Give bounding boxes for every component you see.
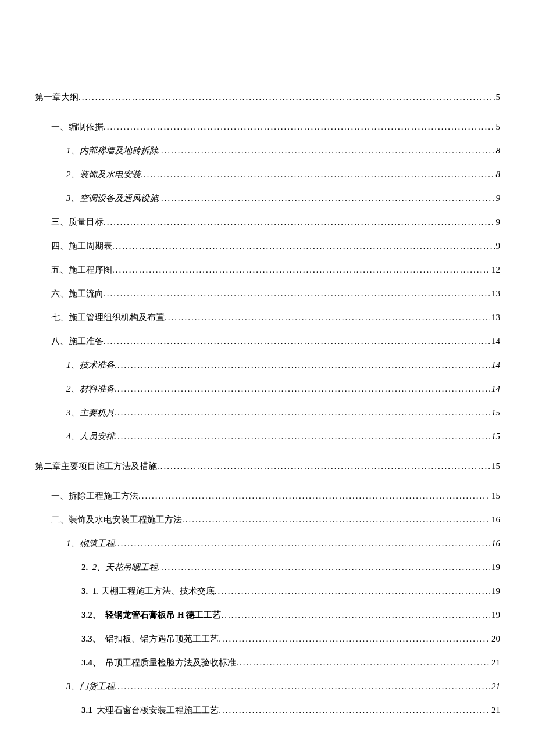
- toc-entry: 三、质量目标9: [51, 218, 500, 227]
- toc-dot-leader: [138, 492, 490, 500]
- toc-entry: 六、施工流向13: [51, 289, 500, 298]
- toc-dot-leader: [158, 563, 490, 572]
- toc-entry-text: 大理石窗台板安装工程施工工艺: [97, 705, 219, 715]
- toc-entry-label: 1、内部稀墙及地砖拆除: [66, 146, 158, 155]
- toc-dot-leader: [158, 194, 495, 203]
- toc-entry-label: 2. 2、天花吊嗯工程: [81, 563, 158, 572]
- toc-entry-text: 轻钢龙管石膏板吊 H 德工工艺: [105, 610, 221, 619]
- toc-dot-leader: [219, 706, 490, 715]
- toc-entry: 3. 1. 天棚工程施工方法、技术交底19: [81, 587, 500, 596]
- toc-entry-page: 14: [490, 385, 500, 393]
- toc-entry: 一、拆除工程施工方法15: [51, 492, 500, 500]
- table-of-contents: 第一章大纲5一、编制依据51、内部稀墙及地砖拆除82、装饰及水电安装83、空调设…: [35, 93, 500, 715]
- toc-dot-leader: [115, 682, 491, 691]
- toc-entry-label: 四、施工周期表: [51, 242, 112, 250]
- toc-entry-label: 3.2、 轻钢龙管石膏板吊 H 德工工艺: [81, 611, 221, 619]
- toc-entry-label: 3.4、 吊顶工程质量检脸方法及验收标准: [81, 658, 236, 667]
- toc-entry: 3.4、 吊顶工程质量检脸方法及验收标准21: [81, 658, 500, 667]
- toc-entry-text: 铝扣板、铝方遇吊顶苑工工艺: [105, 634, 219, 643]
- toc-entry-label: 3.1 大理石窗台板安装工程施工工艺: [81, 706, 219, 715]
- toc-entry-label: 3.3、 铝扣板、铝方遇吊顶苑工工艺: [81, 635, 219, 643]
- toc-entry-label: 六、施工流向: [51, 289, 104, 298]
- toc-dot-leader: [79, 93, 495, 102]
- toc-entry-label: 三、质量目标: [51, 218, 104, 227]
- toc-dot-leader: [215, 587, 490, 596]
- toc-dot-leader: [158, 146, 495, 155]
- toc-entry-label: 4、人员安排: [66, 432, 115, 441]
- toc-entry-label: 一、拆除工程施工方法: [51, 492, 138, 500]
- toc-entry-label: 3. 1. 天棚工程施工方法、技术交底: [81, 587, 215, 596]
- toc-entry: 3.1 大理石窗台板安装工程施工工艺21: [81, 706, 500, 715]
- toc-entry: 3、主要机具15: [66, 409, 500, 417]
- toc-dot-leader: [236, 658, 490, 667]
- toc-entry-label: 1、技术准备: [66, 361, 115, 370]
- toc-entry-label: 一、编制依据: [51, 123, 104, 131]
- toc-entry: 3.2、 轻钢龙管石膏板吊 H 德工工艺19: [81, 611, 500, 619]
- toc-dot-leader: [221, 611, 490, 619]
- toc-entry-page: 19: [490, 587, 500, 596]
- toc-entry: 2、装饰及水电安装8: [66, 170, 500, 179]
- toc-dot-leader: [115, 385, 491, 393]
- toc-entry-page: 14: [490, 337, 500, 346]
- toc-entry: 1、技术准备14: [66, 361, 500, 370]
- toc-dot-leader: [104, 218, 495, 227]
- toc-entry-label: 第一章大纲: [35, 93, 79, 102]
- document-page: 第一章大纲5一、编制依据51、内部稀墙及地砖拆除82、装饰及水电安装83、空调设…: [0, 0, 535, 756]
- toc-entry: 七、施工管理组织机构及布置13: [51, 313, 500, 322]
- toc-entry: 一、编制依据5: [51, 123, 500, 131]
- toc-entry-label: 1、砌筑工程: [66, 539, 115, 548]
- toc-entry-text: 吊顶工程质量检脸方法及验收标准: [105, 658, 236, 667]
- toc-dot-leader: [104, 289, 490, 298]
- toc-entry-number: 3.1: [81, 705, 92, 715]
- toc-entry: 第二章主要项目施工方法及措施15: [35, 462, 500, 471]
- toc-dot-leader: [182, 515, 490, 524]
- toc-entry: 1、砌筑工程16: [66, 539, 500, 548]
- toc-entry-page: 13: [490, 289, 500, 298]
- toc-entry-page: 16: [490, 539, 500, 548]
- toc-entry-label: 2、材料准备: [66, 385, 115, 393]
- toc-entry: 二、装饰及水电安装工程施工方法16: [51, 515, 500, 524]
- toc-dot-leader: [141, 170, 495, 179]
- toc-dot-leader: [112, 266, 490, 274]
- toc-dot-leader: [104, 337, 490, 346]
- toc-dot-leader: [165, 313, 490, 322]
- toc-entry-number: 2.: [81, 562, 88, 572]
- toc-entry-page: 21: [490, 658, 500, 667]
- toc-entry-text: 1. 天棚工程施工方法、技术交底: [92, 586, 215, 596]
- toc-entry: 1、内部稀墙及地砖拆除8: [66, 146, 500, 155]
- toc-entry-page: 19: [490, 563, 500, 572]
- toc-entry: 第一章大纲5: [35, 93, 500, 102]
- toc-dot-leader: [115, 409, 491, 417]
- toc-entry-label: 2、装饰及水电安装: [66, 170, 141, 179]
- toc-entry-label: 3、主要机具: [66, 409, 115, 417]
- toc-entry-page: 20: [490, 635, 500, 643]
- toc-entry: 3.3、 铝扣板、铝方遇吊顶苑工工艺20: [81, 635, 500, 643]
- toc-entry-page: 5: [495, 93, 501, 102]
- toc-entry-page: 14: [490, 361, 500, 370]
- toc-entry: 2、材料准备14: [66, 385, 500, 393]
- toc-dot-leader: [104, 123, 495, 131]
- toc-entry: 四、施工周期表9: [51, 242, 500, 250]
- toc-entry: 4、人员安排15: [66, 432, 500, 441]
- toc-entry-label: 3、门货工程: [66, 682, 115, 691]
- toc-entry-label: 第二章主要项目施工方法及措施: [35, 462, 157, 471]
- toc-entry-page: 9: [495, 242, 501, 250]
- toc-entry-number: 3.4、: [81, 658, 101, 667]
- toc-entry-page: 21: [490, 706, 500, 715]
- toc-entry-label: 二、装饰及水电安装工程施工方法: [51, 515, 182, 524]
- toc-entry-page: 9: [495, 218, 501, 227]
- toc-entry-page: 21: [490, 682, 500, 691]
- toc-entry-page: 13: [490, 313, 500, 322]
- toc-entry-page: 15: [490, 462, 500, 471]
- toc-entry-page: 5: [495, 123, 501, 131]
- toc-dot-leader: [115, 361, 491, 370]
- toc-entry-text: 2、天花吊嗯工程: [92, 562, 158, 572]
- toc-entry-page: 19: [490, 611, 500, 619]
- toc-entry-page: 15: [490, 432, 500, 441]
- toc-entry-label: 七、施工管理组织机构及布置: [51, 313, 165, 322]
- toc-entry: 3、门货工程21: [66, 682, 500, 691]
- toc-entry: 2. 2、天花吊嗯工程19: [81, 563, 500, 572]
- toc-entry-label: 3、空调设备及通风设施: [66, 194, 158, 203]
- toc-dot-leader: [115, 432, 491, 441]
- toc-entry: 八、施工准备14: [51, 337, 500, 346]
